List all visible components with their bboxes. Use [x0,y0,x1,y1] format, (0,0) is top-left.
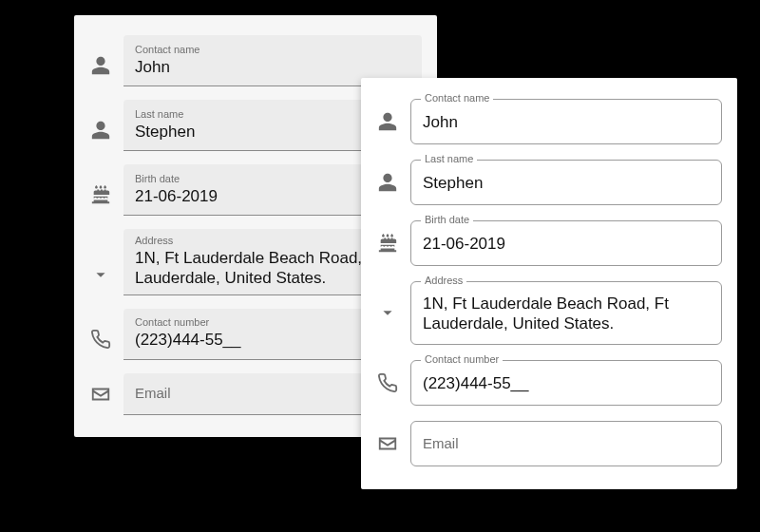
contact-number-label: Contact number [421,353,503,365]
person-icon [89,119,112,142]
contact-name-field[interactable]: Contact name John [410,99,722,144]
last-name-value: Stephen [423,173,710,193]
chevron-down-icon[interactable] [376,301,399,324]
contact-name-row: Contact name John [376,91,722,152]
mail-icon [376,432,399,455]
address-field[interactable]: Address 1N, Ft Lauderdale Beach Road, Ft… [410,281,722,345]
contact-number-row: Contact number (223)444-55__ [376,352,722,413]
contact-name-label: Contact name [421,92,493,104]
contact-number-field[interactable]: Contact number (223)444-55__ [410,360,722,406]
phone-icon [89,328,112,351]
last-name-field[interactable]: Last name Stephen [410,160,722,205]
last-name-label: Last name [421,153,477,164]
email-row: Email [376,413,722,474]
phone-icon [376,371,399,394]
contact-name-label: Contact name [135,44,410,55]
cake-icon [376,232,399,255]
last-name-row: Last name Stephen [376,152,722,213]
contact-form-outlined: Contact name John Last name Stephen Birt… [361,78,737,489]
birth-date-label: Birth date [421,214,473,225]
person-icon [376,171,399,194]
address-row: Address 1N, Ft Lauderdale Beach Road, Ft… [376,274,722,352]
person-icon [376,110,399,133]
contact-name-value: John [423,112,710,132]
mail-icon [89,383,112,406]
chevron-down-icon[interactable] [89,263,112,286]
birth-date-row: Birth date 21-06-2019 [376,213,722,274]
birth-date-field[interactable]: Birth date 21-06-2019 [410,220,722,266]
birth-date-value: 21-06-2019 [423,234,710,254]
address-value: 1N, Ft Lauderdale Beach Road, Ft Lauderd… [423,294,710,334]
email-field[interactable]: Email [410,421,722,466]
contact-name-value: John [135,57,410,77]
address-label: Address [421,275,466,286]
contact-number-value: (223)444-55__ [423,373,710,393]
email-placeholder: Email [423,435,710,453]
cake-icon [89,183,112,206]
person-icon [89,54,112,77]
